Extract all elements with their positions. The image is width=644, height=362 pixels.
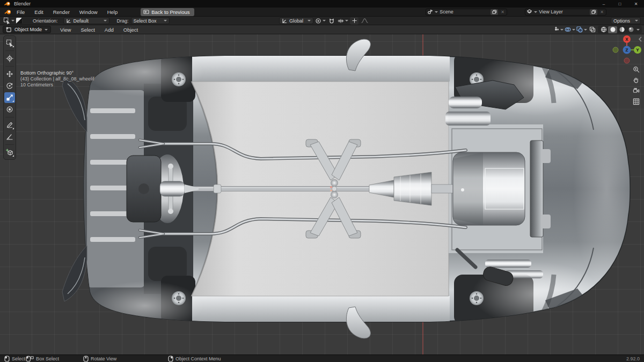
view-layer-icon	[526, 9, 532, 14]
shading-rendered-button[interactable]	[626, 26, 635, 33]
options-dropdown[interactable]: Options	[611, 17, 641, 24]
top-menubar: File Edit Render Window Help Back to Pre…	[0, 8, 644, 17]
close-button[interactable]: ✕	[628, 0, 644, 8]
mode-selector[interactable]: Object Mode	[3, 26, 51, 33]
snap-toggle[interactable]	[327, 17, 336, 25]
measure-icon	[6, 133, 13, 141]
tool-add-cube[interactable]	[4, 147, 15, 158]
shading-solid-button[interactable]	[608, 26, 617, 33]
statusbar-context-menu-hint: Object Context Menu	[168, 356, 221, 362]
maximize-button[interactable]: □	[612, 0, 628, 8]
menu-file[interactable]: File	[12, 8, 30, 16]
gizmos-icon	[553, 26, 559, 33]
rendered-sphere-icon	[628, 26, 634, 33]
sidebar-toggle-icon[interactable]	[638, 36, 642, 42]
drag-dropdown[interactable]: Select Box	[131, 17, 170, 24]
duplicate-icon	[591, 10, 596, 14]
window-title: Blender	[14, 1, 31, 6]
orientation-dropdown[interactable]: Default	[63, 17, 109, 24]
statusbar-box-select-hint: Box Select	[26, 356, 59, 362]
chevron-down-icon	[560, 29, 564, 31]
proportional-falloff-dropdown[interactable]	[360, 17, 369, 25]
chevron-down-icon	[308, 20, 311, 21]
chevron-down-icon	[635, 20, 638, 21]
3d-viewport[interactable]: Bottom Orthographic 90° (43) Collection …	[0, 34, 644, 354]
tool-swatch-button[interactable]	[14, 17, 23, 25]
mouse-left-icon	[4, 356, 10, 362]
show-overlays-dropdown[interactable]	[565, 26, 575, 33]
axis-z-ball[interactable]: Z	[623, 46, 631, 54]
axis-y-ball[interactable]: Y	[634, 46, 641, 54]
menu-render[interactable]: Render	[48, 8, 75, 16]
axis-neg-x-ball[interactable]	[624, 58, 630, 63]
menu-view[interactable]: View	[55, 26, 76, 34]
magnet-icon	[328, 18, 335, 24]
menu-window[interactable]: Window	[75, 8, 103, 16]
view-layer-selector[interactable]: View Layer ✕	[525, 9, 606, 16]
snap-increment-icon	[338, 18, 344, 24]
shading-material-button[interactable]	[617, 26, 626, 33]
chevron-down-icon	[345, 20, 348, 21]
overlays-icon	[565, 26, 571, 33]
chevron-down-icon	[572, 29, 575, 31]
show-gizmos-dropdown[interactable]	[553, 26, 564, 33]
xray-sphere-icon	[576, 26, 583, 33]
view-layer-name: View Layer	[539, 9, 588, 14]
toggle-ortho-button[interactable]	[631, 97, 641, 107]
proportional-editing-icon	[352, 18, 357, 24]
menu-help[interactable]: Help	[103, 8, 123, 16]
axis-x-ball[interactable]: X	[623, 35, 631, 43]
shading-wireframe-button[interactable]	[599, 26, 608, 33]
grid-icon	[633, 98, 640, 105]
tool-select-box[interactable]	[4, 38, 15, 48]
tool-cursor[interactable]	[4, 53, 15, 64]
statusbar-select-hint: Select	[4, 356, 25, 362]
menu-add[interactable]: Add	[100, 26, 119, 34]
axis-neg-y-ball[interactable]	[613, 47, 618, 53]
orientation-label: Orientation:	[33, 18, 58, 24]
xray-settings-dropdown[interactable]	[576, 26, 587, 33]
tool-rotate[interactable]	[4, 80, 15, 91]
tool-transform[interactable]	[4, 104, 15, 115]
tool-scale[interactable]	[4, 92, 15, 103]
3d-cursor-icon	[6, 55, 13, 62]
minimize-button[interactable]: –	[596, 0, 612, 8]
toggle-xray-button[interactable]	[588, 26, 597, 33]
snap-settings-dropdown[interactable]	[338, 17, 348, 25]
material-sphere-icon	[619, 26, 625, 33]
mouse-right-icon	[168, 356, 173, 362]
blender-version: 2.92.0	[626, 356, 640, 361]
solid-sphere-icon	[610, 26, 616, 33]
chevron-down-icon	[164, 20, 167, 21]
pivot-point-icon	[315, 18, 321, 24]
transform-orientation-dropdown[interactable]: Global	[279, 17, 313, 24]
magnifier-icon	[633, 66, 640, 73]
active-tool-dropdown[interactable]	[3, 17, 14, 25]
scene-selector[interactable]: Scene ✕	[426, 9, 507, 16]
tool-annotate[interactable]	[4, 120, 15, 130]
blender-logo-icon[interactable]	[4, 9, 12, 15]
unlink-scene-icon[interactable]: ✕	[500, 10, 506, 14]
new-scene-button[interactable]	[491, 9, 498, 15]
camera-view-button[interactable]	[631, 86, 641, 96]
back-to-previous-button[interactable]: Back to Previous	[141, 8, 194, 16]
menu-object[interactable]: Object	[119, 26, 143, 34]
tool-measure[interactable]	[4, 131, 15, 142]
statusbar-rotate-view-hint: Rotate View	[83, 356, 116, 362]
zoom-view-button[interactable]	[631, 64, 641, 75]
remove-view-layer-icon[interactable]: ✕	[599, 10, 605, 14]
new-view-layer-button[interactable]	[590, 9, 597, 15]
xray-toggle-icon	[589, 26, 596, 33]
menu-edit[interactable]: Edit	[30, 8, 48, 16]
pivot-point-dropdown[interactable]	[315, 17, 326, 25]
chevron-down-icon	[323, 20, 326, 21]
tool-move[interactable]	[4, 69, 15, 79]
pan-view-button[interactable]	[631, 75, 641, 85]
menu-select[interactable]: Select	[76, 26, 99, 34]
scene-name: Scene	[440, 9, 489, 14]
proportional-editing-toggle[interactable]	[350, 17, 358, 25]
camera-icon	[633, 87, 640, 94]
gradient-swatch-icon	[16, 17, 23, 24]
orientation-axes-icon	[66, 18, 71, 24]
screen-back-icon	[143, 10, 149, 14]
